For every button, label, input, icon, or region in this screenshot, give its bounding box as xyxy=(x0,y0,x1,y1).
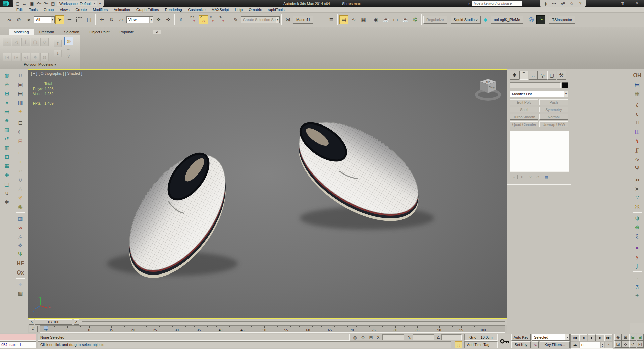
menu-graph-editors[interactable]: Graph Editors xyxy=(133,7,162,12)
hair-strand-tool[interactable]: ζ xyxy=(632,101,642,109)
sign-in-button[interactable]: ⊶ xyxy=(551,1,557,6)
panel-title[interactable]: Polygon Modeling▾ xyxy=(0,62,80,66)
selection-filter-dropdown[interactable]: All▾ xyxy=(34,16,55,23)
key-mode-toggle-button[interactable]: ◀▶ xyxy=(571,342,579,348)
maxscript-listener-macro-line[interactable] xyxy=(0,334,36,341)
menu-modifiers[interactable]: Modifiers xyxy=(90,7,111,12)
new-scene-button[interactable]: ▢ xyxy=(15,1,21,6)
hair-braid-tool[interactable]: Ж xyxy=(632,203,642,211)
fur-ball-tool[interactable]: ● xyxy=(632,244,642,252)
plane-primitive-tool[interactable]: ▭ xyxy=(15,148,25,157)
viewport-label[interactable]: [ + ] [ Orthographic ] [ Shaded ] xyxy=(31,71,82,76)
regularize-button[interactable]: Regularize xyxy=(423,16,447,24)
remove-modifier-button[interactable]: ⊖ xyxy=(535,174,541,180)
infocenter-search-button[interactable]: ◎ xyxy=(542,1,549,6)
red-camera-tool[interactable]: ⊟ xyxy=(15,137,25,145)
object-color-swatch[interactable] xyxy=(562,82,568,88)
undo-button[interactable]: ↶▾ xyxy=(36,1,42,6)
reference-coordinate-dropdown[interactable]: View▾ xyxy=(126,16,153,23)
iray-render-button[interactable]: ❂ xyxy=(411,15,420,24)
menu-edit[interactable]: Edit xyxy=(13,7,26,12)
restore-button[interactable]: ◫ xyxy=(619,1,626,6)
modifier-button-quad-chamfer[interactable]: Quad Chamfer xyxy=(510,121,538,127)
set-keys-button[interactable] xyxy=(499,334,510,348)
curve-plugin-button[interactable]: ╰ xyxy=(536,15,545,24)
keyboard-override-button[interactable]: ⇧ xyxy=(176,15,185,24)
vertex-tool[interactable]: ∴ xyxy=(3,38,11,46)
media-player-tool[interactable]: ▦ xyxy=(2,162,12,170)
auto-key-button[interactable]: Auto Key xyxy=(511,334,531,341)
spinner-snap-button[interactable]: ⇅∩ xyxy=(218,15,227,24)
prompt-bulb-icon[interactable]: ◍ xyxy=(352,334,358,341)
y-coordinate-field[interactable] xyxy=(413,334,434,340)
ribbon-tab-selection[interactable]: Selection xyxy=(59,29,84,35)
previous-modifier-button[interactable]: ↥ xyxy=(54,40,62,47)
pan-button[interactable]: ⊹ xyxy=(622,341,629,348)
modifier-button-turbosmooth[interactable]: TurboSmooth xyxy=(510,114,538,120)
render-teapot-tool[interactable]: ∪ xyxy=(15,71,25,80)
unlink-selection-button[interactable]: ⊘ xyxy=(14,15,23,24)
z-coordinate-field[interactable] xyxy=(441,334,462,340)
menu-maxscript[interactable]: MAXScript xyxy=(209,7,232,12)
select-by-name-button[interactable]: ☰ xyxy=(65,15,74,24)
solid-tool[interactable]: ◇ xyxy=(40,38,49,46)
sphere-primitive-tool[interactable]: ○ xyxy=(15,166,25,175)
ornatrix-panel-tool[interactable]: ▤ xyxy=(632,80,642,89)
view-cube[interactable]: TOP FRONT xyxy=(474,77,502,102)
film-camera-tool[interactable]: ⊟ xyxy=(15,119,25,127)
ornatrix-hairball-tool[interactable]: OH xyxy=(632,71,642,80)
isolate-selection-toggle[interactable]: ▢ xyxy=(455,341,462,348)
rock-tool[interactable]: ❖ xyxy=(15,241,25,250)
zoom-all-button[interactable]: ⊞ xyxy=(622,334,629,341)
menu-rendering[interactable]: Rendering xyxy=(162,7,185,12)
tab-utilities[interactable]: ⚒ xyxy=(557,71,566,80)
menu-group[interactable]: Group xyxy=(41,7,57,12)
macro11-button[interactable]: Macro11 xyxy=(293,16,313,24)
tsinspector-button[interactable]: TSInspector xyxy=(549,16,575,24)
previous-frame-arrow[interactable]: < xyxy=(29,319,34,325)
angle-snap-button[interactable]: ∠∩ xyxy=(199,15,208,24)
tab-motion[interactable]: ◎ xyxy=(538,71,547,80)
camera-moon-tool[interactable]: ☾ xyxy=(15,128,25,136)
hair-curl-tool[interactable]: ς xyxy=(632,110,642,118)
extrude-tool[interactable]: ◳ xyxy=(3,53,11,61)
communication-center-button[interactable]: ☍ xyxy=(559,1,566,6)
select-object-button[interactable]: ➤ xyxy=(55,15,64,24)
modifier-button-unwrap-uvw[interactable]: Unwrap UVW xyxy=(539,121,568,127)
hair-select-tool[interactable]: ➤ xyxy=(632,185,642,193)
lightbulb-tool[interactable]: ◍ xyxy=(2,71,12,80)
hair-part-tool[interactable]: Ψ xyxy=(632,164,642,172)
key-mode-dropdown[interactable]: Selected ▾ xyxy=(532,334,570,341)
list-panel-tool[interactable]: ▤ xyxy=(2,107,12,116)
molecule-tool[interactable]: ∞ xyxy=(15,223,25,232)
blob-primitive-tool[interactable]: ◗ xyxy=(15,157,25,166)
object-name-field[interactable] xyxy=(510,82,561,88)
toggle-command-panel-button[interactable]: ◍ xyxy=(64,37,73,45)
viewport-menu-shading[interactable]: [ Shaded ] xyxy=(65,71,82,76)
forward-box-tool[interactable]: ⊞ xyxy=(2,153,12,161)
make-unique-button[interactable]: ∨ xyxy=(527,174,534,180)
topologik-pieme-button[interactable]: ooLogiK_PieMe xyxy=(491,16,523,24)
fur-red-tool[interactable]: γ xyxy=(632,253,642,261)
modifier-button-edit-poly[interactable]: Edit Poly xyxy=(510,99,538,105)
select-and-scale-button[interactable]: ▱ xyxy=(117,15,126,24)
edge-tool[interactable]: ◁ xyxy=(12,38,20,46)
menu-rapidtools[interactable]: rapidTools xyxy=(265,7,287,12)
timeline-panel-tool[interactable]: ▥ xyxy=(15,98,25,107)
pin-stack-button[interactable]: ⊸ xyxy=(510,174,516,180)
hairfarm-tool[interactable]: HF xyxy=(15,259,25,268)
toolbar-overflow-icon[interactable]: ▾ xyxy=(98,2,102,5)
current-frame-field[interactable]: 0 ▴▾ xyxy=(580,342,604,348)
loop-tool[interactable]: ↺ xyxy=(2,135,12,143)
menu-help[interactable]: Help xyxy=(232,7,246,12)
modifier-button-shell[interactable]: Shell xyxy=(510,107,538,112)
ribbon-tab-populate[interactable]: Populate xyxy=(115,29,139,35)
select-and-link-button[interactable]: ∞ xyxy=(5,15,14,24)
material-editor-button[interactable]: ◉ xyxy=(372,15,381,24)
default-in-out-tangent-icon[interactable]: ∿ xyxy=(532,341,539,348)
edit-named-selections-button[interactable]: ✎ xyxy=(231,15,240,24)
bevel-tool[interactable]: ◲ xyxy=(12,53,20,61)
ribbon-tab-freeform[interactable]: Freeform xyxy=(35,29,59,35)
menu-views[interactable]: Views xyxy=(57,7,72,12)
modifier-button-normal[interactable]: Normal xyxy=(539,114,568,120)
